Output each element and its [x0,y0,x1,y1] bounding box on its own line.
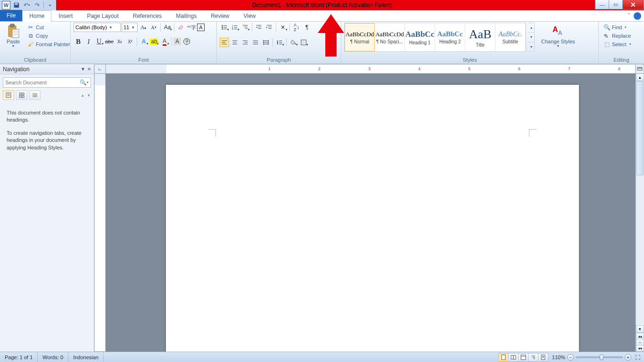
style-item[interactable]: AaBbCcDd¶ No Spaci... [375,23,405,51]
gallery-up-icon[interactable]: ▴ [528,23,534,33]
file-tab[interactable]: File [0,10,22,21]
style-item[interactable]: AaBbCc.Subtitle [495,23,526,51]
select-button[interactable]: ⬚Select▾ [602,41,633,48]
web-layout-view-button[interactable] [518,353,528,362]
search-input[interactable] [5,80,80,85]
copy-button[interactable]: ⧉Copy [25,32,72,40]
nav-dropdown-icon[interactable]: ▼ [81,66,85,72]
zoom-thumb[interactable] [600,354,603,360]
close-button[interactable]: ✕ [622,0,644,9]
minimize-button[interactable]: — [595,0,609,9]
sort-button[interactable]: AZ↓ [292,23,301,32]
undo-icon[interactable]: ↶▾ [23,1,31,9]
tab-insert[interactable]: Insert [51,10,80,21]
clear-formatting-button[interactable]: A [176,23,186,32]
nav-prev-icon[interactable]: ▴ [82,93,84,98]
tab-references[interactable]: References [126,10,169,21]
fullscreen-icon[interactable]: ⛶ [635,354,640,360]
highlight-button[interactable]: ab▾ [149,37,159,46]
bold-button[interactable]: B [74,37,83,46]
gallery-more-icon[interactable]: ▾ [528,42,534,51]
style-item[interactable]: AaBbCcHeading 1 [405,23,435,51]
shrink-font-button[interactable]: A▾ [149,23,158,32]
zoom-slider[interactable] [576,356,623,358]
next-page-icon[interactable]: ▾▾ [636,345,644,352]
character-border-button[interactable]: A [197,24,205,31]
strikethrough-button[interactable]: abe [105,37,114,46]
ruler-toggle-icon[interactable] [636,64,644,74]
style-item[interactable]: AaBTitle [465,23,495,51]
print-layout-view-button[interactable] [498,353,509,362]
gallery-down-icon[interactable]: ▾ [528,33,534,42]
status-language[interactable]: Indonesian [68,352,104,362]
full-screen-view-button[interactable] [508,353,519,362]
word-app-icon[interactable]: W [2,1,10,9]
tab-view[interactable]: View [237,10,263,21]
font-size-combo[interactable]: 11▼ [122,23,138,32]
maximize-button[interactable]: ▭ [609,0,623,9]
tab-review[interactable]: Review [204,10,236,21]
decrease-indent-button[interactable] [254,23,264,32]
format-painter-button[interactable]: 🖌Format Painter [25,41,72,48]
nav-tab-results[interactable] [29,90,41,100]
align-center-button[interactable] [230,38,239,47]
font-name-combo[interactable]: Calibri (Body)▼ [74,23,121,32]
line-spacing-button[interactable]: ▾ [275,38,284,47]
numbering-button[interactable]: 123▾ [230,23,239,32]
paste-button[interactable]: Paste ▼ [3,23,24,49]
borders-button[interactable]: ▾ [299,38,308,47]
nav-close-icon[interactable]: ✕ [87,66,91,72]
document-page[interactable] [166,85,579,352]
outline-view-button[interactable] [528,353,538,362]
status-words[interactable]: Words: 0 [38,352,68,362]
tab-page-layout[interactable]: Page Layout [80,10,125,21]
replace-button[interactable]: abReplace [602,32,633,40]
style-item[interactable]: AaBbCcHeading 2 [435,23,465,51]
vertical-scrollbar[interactable]: ▴ ▾ ▴▴ ○ ▾▾ [636,74,644,352]
increase-indent-button[interactable] [264,23,274,32]
asian-layout-button[interactable]: ✕▾ [278,23,288,32]
character-shading-button[interactable]: A [173,38,181,45]
prev-page-icon[interactable]: ▴▴ [636,333,644,339]
font-color-button[interactable]: A▾ [160,37,169,46]
draft-view-button[interactable] [538,353,548,362]
grow-font-button[interactable]: A▴ [139,23,148,32]
scroll-up-icon[interactable]: ▴ [636,74,644,81]
shading-button[interactable]: ▾ [289,38,298,47]
bullets-button[interactable]: ▾ [220,23,229,32]
zoom-in-button[interactable]: + [625,354,631,361]
status-page[interactable]: Page: 1 of 1 [0,352,38,362]
zoom-out-button[interactable]: − [567,354,574,361]
find-button[interactable]: 🔍Find▾ [602,24,633,31]
superscript-button[interactable]: X [125,37,135,46]
browse-object-icon[interactable]: ○ [636,339,644,346]
phonetic-guide-button[interactable]: ᵃᵇ字 [187,23,196,32]
cut-button[interactable]: ✂Cut [25,24,72,31]
multilevel-list-button[interactable]: ▾ [240,23,250,32]
underline-button[interactable]: U▾ [94,37,104,46]
horizontal-ruler[interactable]: 12345678 [106,64,636,74]
save-icon[interactable] [12,1,21,9]
text-effects-button[interactable]: A▾ [139,37,149,46]
scroll-down-icon[interactable]: ▾ [636,325,644,333]
tab-home[interactable]: Home [22,10,51,22]
change-styles-button[interactable]: AA Change Styles ▼ [538,23,578,49]
style-item[interactable]: AaBbCcDd¶ Normal [345,23,375,51]
redo-icon[interactable]: ↷ [33,1,41,9]
nav-next-icon[interactable]: ▾ [88,93,90,98]
nav-tab-headings[interactable] [3,90,14,100]
tab-selector[interactable]: ∟ [94,64,106,74]
zoom-level[interactable]: 110% [552,354,565,360]
distributed-button[interactable] [261,38,271,47]
minimize-ribbon-icon[interactable]: ˆ [628,13,630,19]
help-icon[interactable]: ? [634,12,641,20]
nav-tab-pages[interactable] [16,90,27,100]
vertical-ruler[interactable] [94,74,106,352]
justify-button[interactable] [251,38,260,47]
enclose-characters-button[interactable]: 字 [182,37,191,46]
qat-customize-icon[interactable]: ▾ [46,1,54,9]
change-case-button[interactable]: Aa▾ [163,23,172,32]
align-left-button[interactable] [220,38,229,47]
subscript-button[interactable]: X [115,37,124,46]
italic-button[interactable]: I [84,37,93,46]
